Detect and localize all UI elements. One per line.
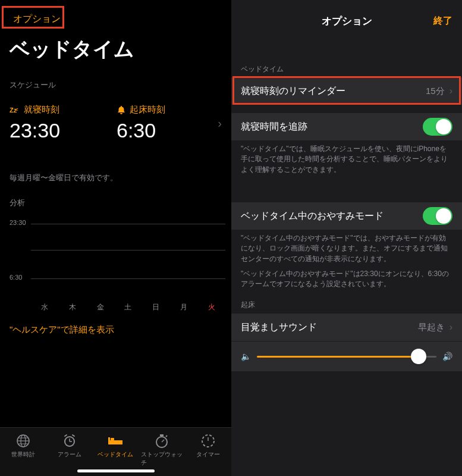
day-mon: 月 <box>180 302 187 312</box>
wake-value: 6:30 <box>117 119 165 142</box>
bedtime-main-screen: オプション ベッドタイム スケジュール Zzz 就寝時刻 23:30 起床時刻 … <box>0 0 231 476</box>
chart-y-bottom: 6:30 <box>10 274 22 281</box>
svg-line-18 <box>162 440 164 442</box>
chart-days-row: 水 木 金 土 日 月 火 <box>31 302 225 312</box>
volume-cell: 🔈 🔊 <box>231 342 462 371</box>
nav-title: オプション <box>322 14 372 28</box>
schedule-row[interactable]: Zzz 就寝時刻 23:30 起床時刻 6:30 › <box>10 104 222 142</box>
nav-bar: オプション 終了 <box>231 0 462 42</box>
home-indicator[interactable] <box>77 469 155 472</box>
schedule-section-label: スケジュール <box>10 80 56 90</box>
healthcare-link[interactable]: "ヘルスケア"で詳細を表示 <box>10 324 114 336</box>
dnd-label: ベッドタイム中のおやすみモード <box>241 210 384 223</box>
svg-line-11 <box>65 435 67 436</box>
track-sleep-label: 就寝時間を追跡 <box>241 121 307 133</box>
chart-y-top: 23:30 <box>10 219 26 226</box>
bedtime-label: 就寝時刻 <box>24 104 59 115</box>
tab-timer[interactable]: タイマー <box>187 433 229 476</box>
wake-sound-value: 早起き <box>418 322 445 333</box>
zzz-icon: Zzz <box>10 106 20 114</box>
volume-low-icon: 🔈 <box>241 352 251 361</box>
wake-column: 起床時刻 6:30 <box>117 104 165 142</box>
group-header-bedtime: ベッドタイム <box>231 64 284 74</box>
timer-icon <box>200 433 216 449</box>
svg-rect-13 <box>108 440 122 444</box>
day-sat: 土 <box>124 302 131 312</box>
stopwatch-icon <box>154 433 169 449</box>
wake-sound-label: 目覚ましサウンド <box>241 321 317 334</box>
svg-rect-19 <box>160 434 164 436</box>
bedtime-column: Zzz 就寝時刻 23:30 <box>10 104 117 142</box>
dnd-footer-2: "ベッドタイム中のおやすみモード"は23:30にオンになり、6:30のアラームで… <box>241 269 452 290</box>
volume-slider[interactable] <box>257 356 436 358</box>
dnd-footer-1: "ベッドタイム中のおやすみモード"では、おやすみモードが有効になり、ロック画面が… <box>241 233 452 264</box>
bell-icon <box>117 105 126 115</box>
day-fri: 金 <box>97 302 104 312</box>
page-title: ベッドタイム <box>10 36 134 63</box>
svg-rect-14 <box>108 437 110 444</box>
group-header-wake: 起床 <box>231 300 255 310</box>
tab-label: ストップウォッチ <box>141 450 183 467</box>
dnd-cell: ベッドタイム中のおやすみモード <box>231 202 462 230</box>
dnd-switch[interactable] <box>423 207 452 225</box>
volume-high-icon: 🔊 <box>442 352 452 361</box>
alarm-clock-icon <box>62 433 77 449</box>
svg-rect-16 <box>111 438 114 440</box>
svg-text:z: z <box>16 107 18 111</box>
tab-label: 世界時計 <box>11 450 35 459</box>
track-sleep-cell: 就寝時間を追跡 <box>231 113 462 140</box>
bedtime-options-screen: オプション 終了 ベッドタイム 就寝時刻のリマインダー 15分 › 就寝時間を追… <box>231 0 462 476</box>
done-button[interactable]: 終了 <box>433 15 452 27</box>
analysis-chart: 23:30 6:30 水 木 金 土 日 月 火 <box>10 214 225 312</box>
day-wed: 水 <box>41 302 48 312</box>
track-sleep-switch[interactable] <box>423 118 452 136</box>
day-tue: 火 <box>208 302 215 312</box>
tab-world-clock[interactable]: 世界時計 <box>2 433 44 476</box>
track-sleep-footer: "ベッドタイム"では、睡眠スケジュールを使い、夜間にiPhoneを手に取って使用… <box>241 144 452 175</box>
tab-label: ベッドタイム <box>98 450 133 459</box>
chevron-right-icon: › <box>218 117 222 130</box>
tab-bar: 世界時計 アラーム ベッドタイム ストップウォッチ タイマー <box>0 427 231 476</box>
svg-line-12 <box>73 435 74 436</box>
day-thu: 木 <box>69 302 76 312</box>
highlight-box-reminder <box>232 76 461 105</box>
analysis-section-label: 分析 <box>10 198 25 208</box>
bedtime-value: 23:30 <box>10 119 117 142</box>
tab-label: タイマー <box>196 450 220 459</box>
tab-label: アラーム <box>58 450 81 459</box>
bed-icon <box>106 433 124 449</box>
options-link[interactable]: オプション <box>8 11 65 28</box>
wake-sound-cell[interactable]: 目覚ましサウンド 早起き › <box>231 314 462 341</box>
svg-line-20 <box>166 436 167 437</box>
day-sun: 日 <box>152 302 159 312</box>
wake-label: 起床時刻 <box>130 104 165 115</box>
svg-rect-15 <box>121 440 122 444</box>
chevron-right-icon: › <box>450 322 452 333</box>
globe-icon <box>15 433 31 449</box>
schedule-note: 毎週月曜〜金曜日で有効です。 <box>10 173 118 183</box>
